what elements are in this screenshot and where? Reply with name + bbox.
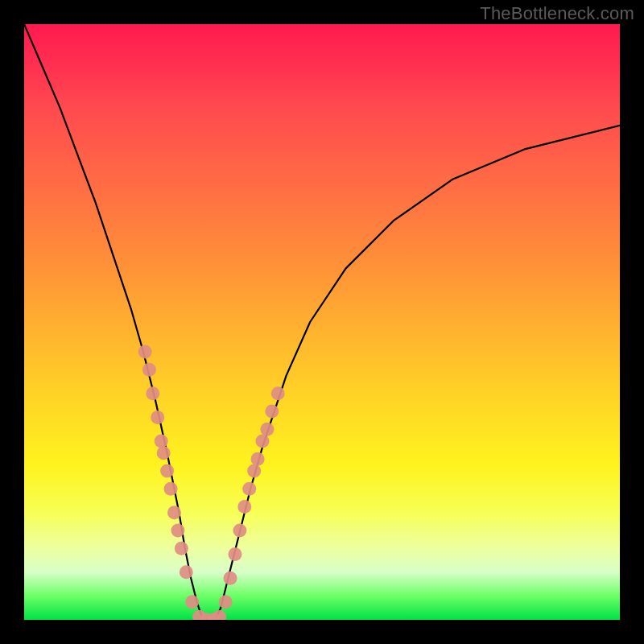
curve-layer xyxy=(24,24,620,620)
highlight-dot xyxy=(271,386,285,400)
highlight-dot xyxy=(256,435,270,448)
highlight-dot xyxy=(164,482,178,496)
highlight-dot xyxy=(142,363,156,377)
highlight-dot xyxy=(219,595,233,609)
highlight-dot xyxy=(167,506,181,519)
highlight-dot xyxy=(138,345,152,359)
highlight-dot xyxy=(146,386,159,400)
highlight-dot xyxy=(151,411,164,424)
highlight-dot xyxy=(260,423,274,436)
highlight-dot xyxy=(160,464,174,478)
highlight-dot xyxy=(224,572,237,585)
highlight-dot xyxy=(213,610,226,620)
highlight-dot xyxy=(251,452,265,466)
highlight-dot xyxy=(157,446,171,460)
highlight-dot xyxy=(233,524,246,538)
highlight-dot xyxy=(242,482,256,496)
highlight-dot xyxy=(228,547,242,561)
chart-frame: TheBottleneck.com xyxy=(0,0,644,644)
highlight-dot xyxy=(180,565,193,579)
bottleneck-curve xyxy=(24,24,620,620)
highlight-dot xyxy=(237,500,251,514)
highlight-dots xyxy=(138,345,285,621)
highlight-dot xyxy=(247,464,261,478)
highlight-dot xyxy=(265,405,279,419)
highlight-dot xyxy=(155,435,168,448)
highlight-dot xyxy=(171,524,184,538)
highlight-dot xyxy=(175,542,188,555)
highlight-dot xyxy=(185,595,199,609)
watermark-text: TheBottleneck.com xyxy=(480,3,634,24)
plot-area xyxy=(24,24,620,620)
